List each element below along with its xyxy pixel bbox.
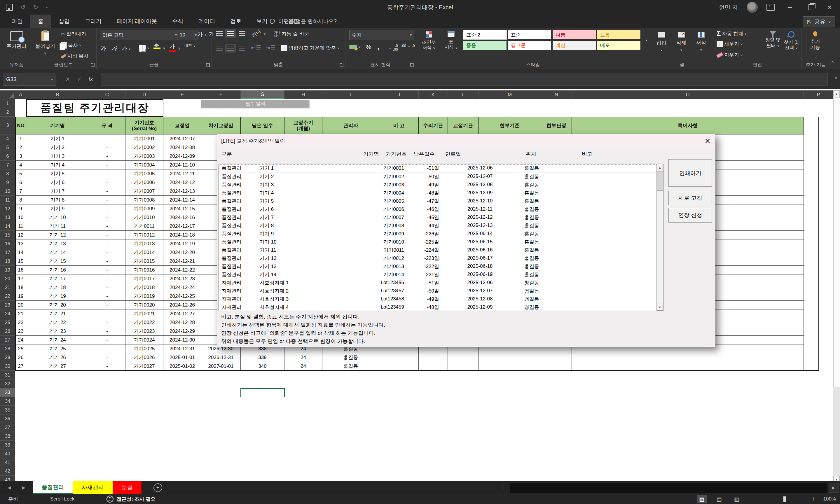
row-header[interactable]: 24 <box>0 309 15 318</box>
list-item[interactable]: 자재관리 시효성자재 2 Lot123457 -50일 2025-12-07 청… <box>219 287 663 295</box>
row-header[interactable]: 23 <box>0 301 15 309</box>
column-header[interactable]: D <box>125 90 163 99</box>
row-header[interactable]: 6 <box>0 152 15 161</box>
column-header[interactable]: A <box>15 90 26 99</box>
delete-cells-button[interactable]: 삭제∨ <box>672 29 690 52</box>
list-item[interactable]: 품질관리 기기 6 기기0006 -46일 2025-12-11 홍길동 <box>219 205 663 213</box>
zoom-in-icon[interactable]: + <box>812 495 816 503</box>
column-header[interactable]: G <box>241 90 285 99</box>
merge-center-button[interactable]: 병합하고 가운데 맞춤∨ <box>281 44 340 51</box>
fill-button[interactable]: ↓ 채우기∨ <box>717 40 743 47</box>
styles-gallery-more-button[interactable]: ▾ <box>644 30 649 51</box>
column-header[interactable]: F <box>201 90 241 99</box>
find-select-button[interactable]: 찾기 및선택 ∨ <box>783 28 800 51</box>
scroll-thumb[interactable] <box>657 172 663 191</box>
column-header[interactable]: O <box>572 90 804 99</box>
share-button[interactable]: ⇱ 공유 ∨ <box>803 16 835 28</box>
table-row[interactable]: 27 기기 27 - 기기0027 2025-01-02 2027-01-01 … <box>15 362 804 371</box>
enter-entry-icon[interactable]: ✓ <box>77 76 82 83</box>
horizontal-scrollbar[interactable] <box>510 483 827 493</box>
format-painter-button[interactable]: 서식 복사 <box>61 53 89 59</box>
name-box[interactable]: G33▾ <box>3 73 56 86</box>
list-item[interactable]: 품질관리 기기 9 기기0009 -226일 2025-06-14 홍길동 <box>219 230 663 238</box>
cell-style-chip[interactable]: 표준 <box>508 30 551 40</box>
scroll-right-icon[interactable]: ▶ <box>828 483 839 493</box>
ribbon-tab[interactable]: 페이지 레이아웃 <box>109 15 164 28</box>
font-family-select[interactable]: 맑은 고딕▾ <box>100 30 179 40</box>
row-header[interactable]: 25 <box>0 318 15 327</box>
row-header[interactable]: 40 <box>0 449 15 458</box>
new-sheet-button[interactable]: + <box>154 481 162 494</box>
autosum-button[interactable]: Σ 자동 합계∨ <box>717 30 747 38</box>
format-cells-button[interactable]: 서식∨ <box>692 29 710 52</box>
restore-button[interactable] <box>808 4 814 10</box>
accounting-format-button[interactable]: ∨ <box>349 44 361 49</box>
undo-icon[interactable]: ↺ <box>20 4 26 11</box>
row-header[interactable]: 30 <box>0 362 15 371</box>
row-header[interactable]: 17 <box>0 248 15 257</box>
row-header[interactable]: 2 <box>0 108 15 117</box>
column-header[interactable]: H <box>285 90 322 99</box>
zoom-out-icon[interactable]: − <box>749 495 753 503</box>
increase-indent-icon[interactable]: ⇥ <box>266 44 275 51</box>
alignment-dialog-launcher-icon[interactable] <box>340 63 343 67</box>
row-header[interactable]: 31 <box>0 371 15 379</box>
sheet-title-cell[interactable]: 품질팀 주기관리대장 <box>26 99 163 117</box>
row-header[interactable]: 3 <box>0 117 15 134</box>
ribbon-tab[interactable]: 수식 <box>164 15 191 28</box>
list-item[interactable]: 품질관리 기기 5 기기0005 -47일 2025-12-10 홍길동 <box>219 197 663 205</box>
row-header[interactable]: 29 <box>0 353 15 362</box>
cancel-entry-icon[interactable]: ✕ <box>65 76 70 83</box>
list-item[interactable]: 품질관리 기기 11 기기0011 -224일 2025-06-16 홍길동 <box>219 246 663 254</box>
row-header[interactable]: 15 <box>0 231 15 239</box>
sheet-tab[interactable]: 자재관리 <box>73 481 113 494</box>
font-color-button[interactable]: 가 <box>168 43 176 52</box>
clipboard-dialog-launcher-icon[interactable] <box>91 63 94 67</box>
collapse-ribbon-icon[interactable]: ∧ <box>831 59 834 65</box>
row-header[interactable]: 1 <box>0 99 15 108</box>
align-bottom-icon[interactable] <box>239 31 245 36</box>
number-format-select[interactable]: 숫자▾ <box>349 30 414 40</box>
list-item[interactable]: 품질관리 기기 10 기기0010 -225일 2025-06-15 홍길동 <box>219 238 663 246</box>
list-item[interactable]: 품질관리 기기 2 기기0002 -50일 2025-12-07 홍길동 <box>219 173 663 181</box>
userform-button[interactable]: 주기관리 <box>2 28 31 50</box>
avatar[interactable] <box>747 2 758 13</box>
row-header[interactable]: 34 <box>0 397 15 406</box>
italic-button[interactable]: 가 <box>111 44 117 53</box>
sheet-tab[interactable]: 분실 <box>113 481 142 494</box>
row-header[interactable]: 37 <box>0 423 15 432</box>
dialog-close-icon[interactable]: ✕ <box>704 137 711 145</box>
row-header[interactable]: 14 <box>0 222 15 231</box>
prev-sheet-icon[interactable]: ◀ <box>7 485 11 490</box>
scroll-down-icon[interactable]: ▼ <box>657 304 663 311</box>
row-header[interactable]: 27 <box>0 336 15 344</box>
grow-font-button[interactable]: 가▲ <box>197 31 207 38</box>
cell-style-chip[interactable]: 계산 <box>552 40 596 50</box>
formula-input[interactable] <box>101 73 828 86</box>
row-header[interactable]: 28 <box>0 344 15 353</box>
scroll-up-icon[interactable]: ▲ <box>833 90 840 97</box>
format-as-table-button[interactable]: 표서식 ∨ <box>442 28 461 51</box>
redo-icon[interactable]: ↻ <box>33 4 38 11</box>
print-button[interactable]: 인쇄하기 <box>668 159 712 187</box>
ribbon-tab[interactable]: 파일 <box>4 15 30 28</box>
next-sheet-icon[interactable]: ▶ <box>22 485 26 490</box>
decrease-indent-icon[interactable]: ⇤ <box>251 44 261 51</box>
row-header[interactable]: 43 <box>0 476 15 481</box>
row-header[interactable]: 35 <box>0 406 15 414</box>
zoom-slider[interactable] <box>761 499 804 499</box>
percent-button[interactable]: % <box>365 43 371 51</box>
dialog-listbox[interactable]: 품질관리 기기 1 기기0001 -51일 2025-12-06 홍길동 품질관… <box>218 164 663 311</box>
decrease-decimal-button[interactable]: .00→.0 <box>401 44 415 48</box>
copy-button[interactable]: 복사 ∨ <box>61 42 82 49</box>
list-item[interactable]: 품질관리 기기 12 기기0012 -223일 2025-06-17 홍길동 <box>219 254 663 262</box>
dialog-list-scrollbar[interactable]: ▲ ▼ <box>657 164 663 311</box>
cell-style-chip[interactable]: 메모 <box>597 40 641 50</box>
insert-function-icon[interactable]: fx <box>89 76 93 82</box>
row-header[interactable]: 16 <box>0 239 15 248</box>
list-item[interactable]: 품질관리 기기 4 기기0004 -48일 2025-12-09 홍길동 <box>219 189 663 197</box>
increase-decimal-button[interactable]: ←.0.00 <box>388 44 398 52</box>
column-header[interactable]: N <box>541 90 572 99</box>
minimize-button[interactable]: ─ <box>783 4 796 11</box>
save-icon[interactable] <box>6 4 13 11</box>
